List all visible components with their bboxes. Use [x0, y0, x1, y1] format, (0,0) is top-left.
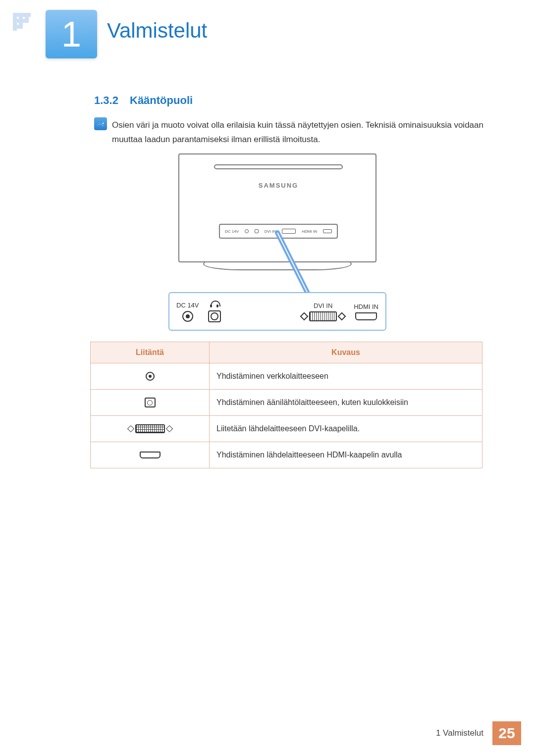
chapter-number: 1: [61, 14, 81, 54]
callout-hdmi-label: HDMI IN: [354, 303, 378, 310]
table-row: Yhdistäminen verkkolaitteeseen: [91, 363, 482, 390]
manual-page: 1 Valmistelut 1.3.2 Kääntöpuoli Osien vä…: [0, 0, 535, 756]
table-cell-desc: Yhdistäminen verkkolaitteeseen: [210, 363, 482, 390]
chapter-title: Valmistelut: [107, 19, 207, 43]
callout-dvi: DVI IN: [301, 302, 345, 321]
note-icon: [94, 117, 107, 130]
callout-dc-label: DC 14V: [176, 302, 199, 309]
headphone-icon: [211, 301, 218, 308]
callout-line: [277, 233, 327, 297]
table-header-desc: Kuvaus: [210, 342, 482, 363]
port-description-table: Liitäntä Kuvaus Yhdistäminen verkkolaitt…: [90, 342, 482, 468]
callout-dvi-label: DVI IN: [314, 302, 332, 309]
callout-dc: DC 14V: [176, 302, 199, 322]
table-row: Liitetään lähdelaitteeseen DVI-kaapelill…: [91, 416, 482, 442]
callout-audio: [208, 301, 221, 322]
dc-port-icon: [182, 311, 193, 322]
hdmi-port-icon: [355, 312, 377, 320]
table-header-port: Liitäntä: [91, 342, 210, 363]
hdmi-icon: [98, 448, 202, 462]
monitor-brand-label: SAMSUNG: [179, 182, 377, 189]
monitor-vent: [214, 164, 343, 169]
table-cell-desc: Yhdistäminen lähdelaitteeseen HDMI-kaape…: [210, 442, 482, 468]
dc-icon: [98, 369, 202, 383]
dvi-icon: [98, 422, 202, 436]
table-cell-desc: Yhdistäminen äänilähtölaitteeseen, kuten…: [210, 390, 482, 416]
table-cell-desc: Liitetään lähdelaitteeseen DVI-kaapelill…: [210, 416, 482, 442]
table-row: Yhdistäminen äänilähtölaitteeseen, kuten…: [91, 390, 482, 416]
decorative-corner-stripes: [13, 13, 31, 31]
chapter-number-tab: 1: [46, 10, 97, 58]
audio-port-icon: [208, 310, 221, 322]
table-row: Yhdistäminen lähdelaitteeseen HDMI-kaape…: [91, 442, 482, 468]
audio-icon: [98, 396, 202, 409]
footer-page-number: 25: [492, 721, 521, 745]
section-title: Kääntöpuoli: [130, 94, 193, 107]
port-callout-panel: DC 14V DVI IN HDMI IN: [168, 292, 386, 331]
footer-chapter-label: 1 Valmistelut: [427, 721, 492, 745]
page-footer: 1 Valmistelut 25: [427, 721, 521, 745]
rear-diagram: SAMSUNG DC 14V DVI IN HDMI IN DC 14V: [178, 153, 376, 332]
note-text: Osien väri ja muoto voivat olla erilaisi…: [112, 118, 483, 147]
section-number: 1.3.2: [94, 94, 118, 107]
dvi-port-icon: [301, 311, 345, 321]
callout-hdmi: HDMI IN: [354, 303, 378, 320]
